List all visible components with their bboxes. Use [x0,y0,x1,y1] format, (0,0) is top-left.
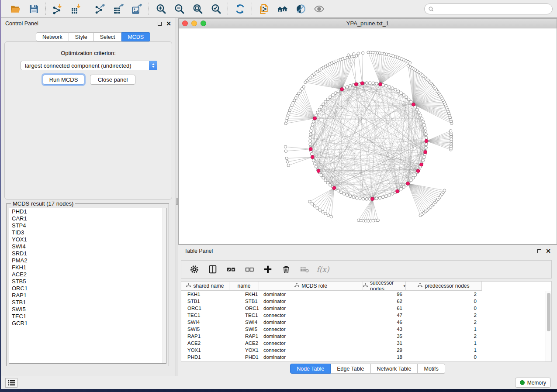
row-filler [482,326,551,333]
close-table-panel-icon[interactable]: ✕ [546,248,551,254]
tab-node-table[interactable]: Node Table [290,364,331,374]
export-network-button[interactable] [93,2,107,16]
gear-button[interactable] [188,262,201,276]
result-node-item[interactable]: TID3 [9,229,166,236]
table-cell: TEC1 [229,312,259,319]
table-row[interactable]: FKH1FKH1dominator962 [181,291,551,298]
result-node-item[interactable]: STB1 [9,299,166,306]
search-box[interactable] [424,3,553,14]
column-header-successor-nodes[interactable]: successor nodes▾ [363,282,406,291]
table-scrollbar-thumb[interactable] [547,293,550,331]
result-node-item[interactable]: CAR1 [9,215,166,222]
table-row[interactable]: ORC1ORC1dominator610 [181,305,551,312]
export-table-button[interactable] [111,2,126,16]
table-row[interactable]: PHD1PHD1dominator180 [181,354,551,361]
table-cell: PHD1 [229,354,259,361]
table-cell: 1 [406,340,482,347]
maximize-window-button[interactable] [201,21,206,26]
tab-edge-table[interactable]: Edge Table [331,364,370,374]
export-image-button[interactable] [129,2,144,16]
optimization-criterion-select[interactable]: largest connected component (undirected) [21,61,157,70]
result-node-item[interactable]: ORC1 [9,285,166,292]
save-session-button[interactable] [26,2,41,16]
close-panel-button[interactable]: Close panel [90,75,135,85]
zoom-out-button[interactable] [172,2,187,16]
mcds-result-list[interactable]: PHD1CAR1STP4TID3YOX1SWI4SRD1PMA2FKH1ACE2… [9,208,166,364]
close-panel-icon[interactable]: ✕ [166,21,171,27]
run-mcds-button[interactable]: Run MCDS [43,75,84,85]
result-node-item[interactable]: SWI5 [9,306,166,313]
table-row[interactable]: STB1STB1dominator620 [181,298,551,305]
table-cell: ACE2 [229,340,259,347]
float-table-panel-icon[interactable] [537,249,541,253]
table-row[interactable]: TEC1TEC1connector472 [181,312,551,319]
task-history-button[interactable] [5,378,17,388]
import-network-button[interactable] [50,2,65,16]
zoom-in-button[interactable] [153,2,168,16]
tab-motifs[interactable]: Motifs [418,364,445,374]
splitter-grip[interactable] [176,198,178,205]
hide-details-button[interactable] [293,2,308,16]
minimize-window-button[interactable] [191,21,197,26]
first-neighbors-button[interactable] [275,2,290,16]
tab-network[interactable]: Network [36,32,69,41]
result-node-item[interactable]: ACE2 [9,271,166,278]
zoom-selected-button[interactable] [208,2,223,16]
tab-select[interactable]: Select [94,32,122,41]
optimization-criterion-label: Optimization criterion: [5,50,172,56]
table-cell: dominator [259,298,363,305]
result-list-scrollbar[interactable] [163,208,166,363]
delete-button[interactable] [280,262,292,276]
row-filler [482,340,551,347]
columns-button[interactable] [207,262,219,276]
table-cell: 47 [363,312,406,319]
clone-network-button[interactable] [256,2,271,16]
result-node-item[interactable]: GCR1 [9,320,166,327]
deselect-all-button[interactable] [243,262,256,276]
open-file-button[interactable] [8,2,23,16]
result-node-item[interactable]: YOX1 [9,236,166,243]
table-row[interactable]: RAP1RAP1dominator352 [181,333,551,340]
tab-network-table[interactable]: Network Table [371,364,418,374]
column-header-predecessor-nodes[interactable]: predecessor nodes [406,282,482,291]
column-type-icon [363,283,368,289]
column-header-MCDS-role[interactable]: MCDS role [259,282,363,291]
table-row[interactable]: SWI4SWI4dominator462 [181,319,551,326]
result-node-item[interactable]: STP4 [9,222,166,229]
network-canvas-svg [179,28,557,245]
tab-mcds[interactable]: MCDS [121,32,150,41]
result-node-item[interactable]: FKH1 [9,264,166,271]
result-node-item[interactable]: TEC1 [9,313,166,320]
table-cell: RAP1 [229,333,259,340]
search-input[interactable] [436,6,549,12]
float-panel-icon[interactable] [158,22,162,26]
tab-style[interactable]: Style [69,32,94,41]
result-node-item[interactable]: STB5 [9,278,166,285]
result-node-item[interactable]: PHD1 [9,208,166,215]
add-button[interactable] [262,262,274,276]
import-table-button[interactable] [69,2,83,16]
close-window-button[interactable] [182,21,188,26]
mcds-result-title: MCDS result (17 nodes) [11,200,75,207]
row-filler [482,305,551,312]
table-scrollbar[interactable] [546,291,551,361]
network-window: YPA_prune.txt_1 [178,18,557,244]
select-all-button[interactable] [225,262,237,276]
table-row[interactable]: ACE2ACE2connector311 [181,340,551,347]
table-row[interactable]: SWI5SWI5connector431 [181,326,551,333]
refresh-button[interactable] [232,2,247,16]
table-row[interactable]: YOX1YOX1connector291 [181,347,551,354]
row-filler [482,319,551,326]
network-canvas[interactable] [179,28,557,244]
column-header-name[interactable]: name [229,282,259,291]
main-toolbar [1,0,557,18]
result-node-item[interactable]: RAP1 [9,292,166,299]
result-node-item[interactable]: SRD1 [9,250,166,257]
result-node-item[interactable]: SWI4 [9,243,166,250]
result-node-item[interactable]: PMA2 [9,257,166,264]
show-details-button[interactable] [311,2,326,16]
column-header-shared-name[interactable]: shared name [181,282,229,291]
zoom-fit-button[interactable] [190,2,205,16]
memory-button[interactable]: Memory [515,378,551,388]
mcds-tab-panel: Optimization criterion: largest connecte… [4,41,172,199]
